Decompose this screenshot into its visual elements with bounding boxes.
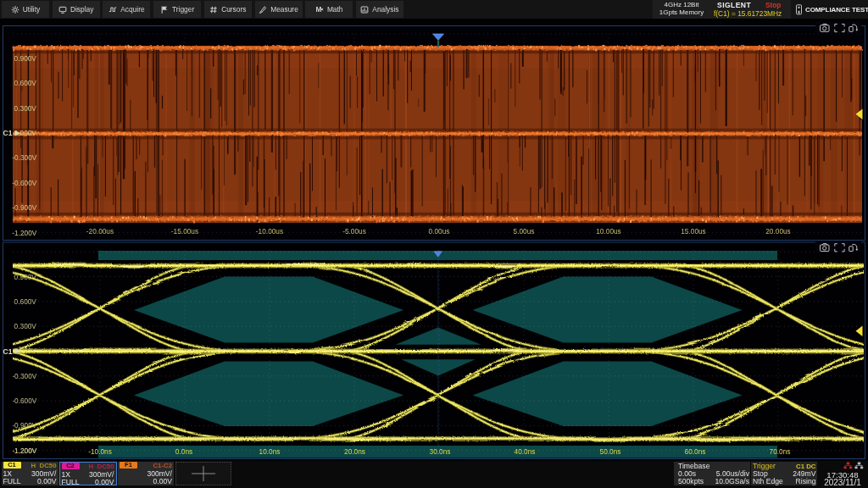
svg-text:-15.00us: -15.00us: [171, 227, 198, 236]
svg-text:40.0ns: 40.0ns: [515, 447, 536, 456]
svg-text:0.300V: 0.300V: [14, 322, 37, 330]
svg-text:M: M: [315, 5, 321, 14]
svg-text:-5.00us: -5.00us: [342, 227, 366, 236]
svg-text:60.0ns: 60.0ns: [685, 447, 706, 456]
svg-text:0.600V: 0.600V: [14, 297, 37, 306]
svg-text:10.00us: 10.00us: [596, 227, 621, 236]
svg-text:-20.00us: -20.00us: [86, 227, 114, 236]
svg-text:-0.600V: -0.600V: [12, 396, 37, 405]
svg-text:-10.00us: -10.00us: [256, 227, 283, 236]
svg-text:0.0ns: 0.0ns: [175, 447, 192, 456]
svg-text:C1: C1: [3, 347, 13, 356]
svg-text:-0.600V: -0.600V: [12, 179, 37, 187]
svg-text:-0.300V: -0.300V: [12, 153, 37, 162]
svg-text:50.0ns: 50.0ns: [600, 447, 621, 456]
svg-text:-10.0ns: -10.0ns: [88, 447, 112, 456]
svg-text:-1.200V: -1.200V: [12, 229, 37, 237]
svg-text:-1.200V: -1.200V: [12, 446, 37, 455]
svg-text:-0.300V: -0.300V: [12, 372, 37, 380]
svg-text:10.0ns: 10.0ns: [259, 447, 281, 456]
svg-text:-0.900V: -0.900V: [12, 203, 37, 212]
svg-text:5.00us: 5.00us: [514, 227, 535, 236]
svg-text:0.900V: 0.900V: [14, 54, 37, 63]
svg-text:20.00us: 20.00us: [765, 227, 791, 236]
svg-text:0.600V: 0.600V: [14, 79, 37, 87]
svg-text:30.0ns: 30.0ns: [430, 447, 451, 456]
svg-text:20.0ns: 20.0ns: [344, 447, 365, 456]
svg-text:C1: C1: [3, 129, 13, 137]
svg-text:15.00us: 15.00us: [681, 227, 706, 236]
svg-text:70.0ns: 70.0ns: [770, 447, 791, 456]
svg-text:0.00us: 0.00us: [429, 227, 450, 236]
svg-text:0.300V: 0.300V: [14, 104, 37, 113]
